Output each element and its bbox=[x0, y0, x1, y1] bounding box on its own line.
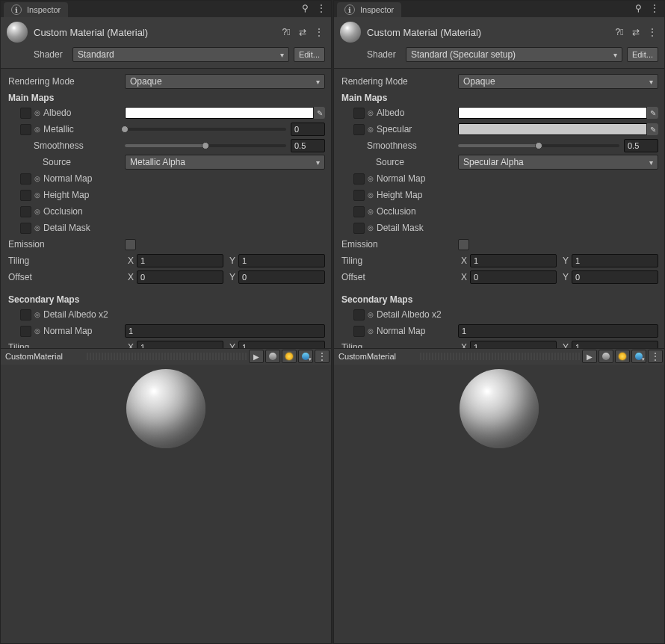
inspector-tab[interactable]: Inspector bbox=[337, 2, 401, 17]
offset-y[interactable]: 0 bbox=[572, 270, 658, 284]
metallic-slider[interactable] bbox=[125, 128, 286, 131]
detailmask-picker-icon[interactable] bbox=[34, 224, 41, 232]
offset-x[interactable]: 0 bbox=[137, 270, 223, 284]
sec-normal-value[interactable]: 1 bbox=[125, 324, 325, 338]
occlusion-texture[interactable] bbox=[20, 206, 31, 217]
sec-tiling-x[interactable]: 1 bbox=[470, 341, 557, 348]
smoothness-slider[interactable] bbox=[125, 144, 286, 147]
menu-icon[interactable]: ⋮ bbox=[313, 26, 325, 38]
occlusion-picker-icon[interactable] bbox=[34, 208, 41, 215]
kebab-icon[interactable]: ⋮ bbox=[649, 3, 660, 13]
rendering-mode-dropdown[interactable]: Opaque bbox=[458, 74, 658, 89]
detailalbedo-picker-icon[interactable] bbox=[367, 311, 374, 318]
detailmask-picker-icon[interactable] bbox=[367, 224, 374, 232]
rendering-mode-label: Rendering Mode bbox=[7, 76, 122, 87]
heightmap-texture[interactable] bbox=[20, 190, 31, 201]
preview-menu-icon[interactable] bbox=[315, 350, 330, 363]
mesh-button[interactable] bbox=[265, 350, 280, 363]
detailmask-texture[interactable] bbox=[20, 223, 31, 234]
occlusion-label: Occlusion bbox=[43, 206, 83, 217]
help-icon[interactable]: ?⃝ bbox=[280, 26, 292, 38]
sec-normalmap-picker-icon[interactable] bbox=[367, 327, 374, 335]
normalmap-texture[interactable] bbox=[353, 173, 365, 185]
lock-icon[interactable]: ⚲ bbox=[633, 3, 643, 13]
tiling-y[interactable]: 1 bbox=[572, 254, 658, 267]
sec-tiling-y[interactable]: 1 bbox=[238, 341, 325, 348]
play-button[interactable] bbox=[249, 350, 264, 363]
sec-normalmap-picker-icon[interactable] bbox=[34, 327, 41, 335]
metallic-value[interactable]: 0 bbox=[291, 123, 325, 136]
detailmask-texture[interactable] bbox=[353, 223, 365, 234]
offset-y[interactable]: 0 bbox=[238, 270, 325, 284]
albedo-picker-icon[interactable] bbox=[367, 109, 374, 117]
mesh-button[interactable] bbox=[598, 350, 613, 363]
kebab-icon[interactable]: ⋮ bbox=[316, 3, 327, 13]
eyedropper-icon[interactable]: ✎ bbox=[646, 107, 658, 119]
inspector-tab[interactable]: Inspector bbox=[4, 2, 68, 17]
source-dropdown[interactable]: Metallic Alpha bbox=[125, 155, 325, 170]
emission-checkbox[interactable] bbox=[125, 239, 136, 250]
shader-dropdown[interactable]: Standard (Specular setup) bbox=[406, 47, 622, 62]
edit-button[interactable]: Edit... bbox=[627, 47, 658, 62]
lock-icon[interactable]: ⚲ bbox=[300, 3, 310, 13]
light-button[interactable] bbox=[615, 350, 630, 363]
normalmap-picker-icon[interactable] bbox=[367, 175, 374, 182]
source-dropdown[interactable]: Specular Alpha bbox=[458, 155, 658, 170]
sec-tiling-x[interactable]: 1 bbox=[137, 341, 223, 348]
material-preview[interactable] bbox=[334, 365, 664, 644]
drag-handle[interactable] bbox=[420, 353, 581, 360]
preset-icon[interactable]: ⇄ bbox=[630, 26, 642, 38]
specular-picker-icon[interactable] bbox=[367, 126, 374, 133]
tiling-x[interactable]: 1 bbox=[470, 254, 557, 267]
specular-color[interactable]: ✎ bbox=[458, 123, 658, 135]
normalmap-texture[interactable] bbox=[20, 173, 31, 185]
heightmap-picker-icon[interactable] bbox=[34, 191, 41, 199]
normalmap-label: Normal Map bbox=[43, 173, 92, 184]
detailalbedo-texture[interactable] bbox=[20, 309, 31, 321]
sec-normalmap-texture[interactable] bbox=[20, 326, 31, 337]
albedo-texture[interactable] bbox=[20, 108, 31, 119]
heightmap-picker-icon[interactable] bbox=[367, 191, 374, 199]
preset-icon[interactable]: ⇄ bbox=[297, 26, 309, 38]
normalmap-picker-icon[interactable] bbox=[34, 175, 41, 182]
material-thumbnail[interactable] bbox=[7, 22, 28, 43]
tiling-y[interactable]: 1 bbox=[238, 254, 325, 267]
smoothness-value[interactable]: 0.5 bbox=[291, 139, 325, 152]
material-thumbnail[interactable] bbox=[340, 22, 361, 43]
albedo-texture[interactable] bbox=[353, 108, 365, 119]
sec-normalmap-texture[interactable] bbox=[353, 326, 365, 337]
shader-dropdown[interactable]: Standard bbox=[72, 47, 289, 62]
occlusion-texture[interactable] bbox=[353, 206, 365, 217]
tiling-x[interactable]: 1 bbox=[137, 254, 223, 267]
eyedropper-icon[interactable]: ✎ bbox=[313, 107, 325, 119]
preview-menu-icon[interactable] bbox=[648, 350, 663, 363]
play-button[interactable] bbox=[582, 350, 597, 363]
rendering-mode-dropdown[interactable]: Opaque bbox=[125, 74, 325, 89]
detailalbedo-texture[interactable] bbox=[353, 309, 365, 321]
occlusion-picker-icon[interactable] bbox=[367, 208, 374, 215]
light-button[interactable] bbox=[282, 350, 297, 363]
smoothness-value[interactable]: 0.5 bbox=[624, 139, 658, 152]
emission-checkbox[interactable] bbox=[458, 239, 469, 250]
albedo-picker-icon[interactable] bbox=[34, 109, 41, 117]
metallic-texture[interactable] bbox=[20, 124, 31, 135]
offset-x[interactable]: 0 bbox=[470, 270, 557, 284]
albedo-color[interactable]: ✎ bbox=[125, 107, 325, 119]
metallic-picker-icon[interactable] bbox=[34, 126, 41, 133]
help-icon[interactable]: ?⃝ bbox=[613, 26, 625, 38]
menu-icon[interactable]: ⋮ bbox=[646, 26, 658, 38]
detailalbedo-picker-icon[interactable] bbox=[34, 311, 41, 318]
albedo-color[interactable]: ✎ bbox=[458, 107, 658, 119]
material-preview[interactable] bbox=[1, 365, 331, 644]
sec-normal-value[interactable]: 1 bbox=[458, 324, 658, 338]
eyedropper-icon[interactable]: ✎ bbox=[646, 123, 658, 135]
specular-texture[interactable] bbox=[353, 124, 365, 135]
smoothness-slider[interactable] bbox=[458, 144, 619, 147]
edit-button[interactable]: Edit... bbox=[294, 47, 325, 62]
source-label: Source bbox=[376, 157, 404, 167]
skybox-button[interactable] bbox=[298, 350, 313, 363]
sec-tiling-y[interactable]: 1 bbox=[572, 341, 658, 348]
skybox-button[interactable] bbox=[631, 350, 646, 363]
heightmap-texture[interactable] bbox=[353, 190, 365, 201]
drag-handle[interactable] bbox=[87, 353, 247, 360]
